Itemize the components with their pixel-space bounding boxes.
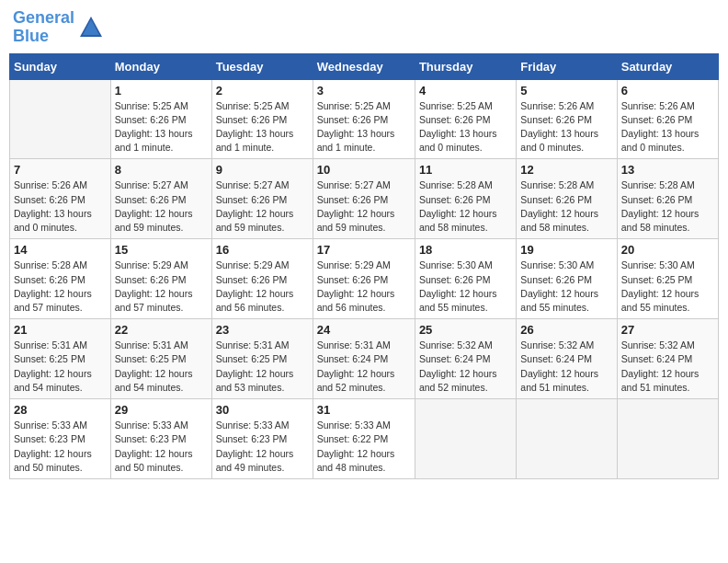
day-info: Sunrise: 5:32 AM Sunset: 6:24 PM Dayligh… xyxy=(419,339,512,395)
calendar-cell: 11Sunrise: 5:28 AM Sunset: 6:26 PM Dayli… xyxy=(415,159,516,239)
day-number: 6 xyxy=(621,84,714,98)
day-info: Sunrise: 5:30 AM Sunset: 6:26 PM Dayligh… xyxy=(419,259,512,315)
calendar-table: SundayMondayTuesdayWednesdayThursdayFrid… xyxy=(9,53,719,479)
day-info: Sunrise: 5:26 AM Sunset: 6:26 PM Dayligh… xyxy=(520,99,612,155)
day-number: 23 xyxy=(216,323,309,337)
calendar-cell: 12Sunrise: 5:28 AM Sunset: 6:26 PM Dayli… xyxy=(517,159,617,239)
day-info: Sunrise: 5:26 AM Sunset: 6:26 PM Dayligh… xyxy=(14,178,107,235)
day-number: 26 xyxy=(520,323,612,337)
calendar-cell: 26Sunrise: 5:32 AM Sunset: 6:24 PM Dayli… xyxy=(517,319,617,399)
calendar-cell: 19Sunrise: 5:30 AM Sunset: 6:26 PM Dayli… xyxy=(517,239,617,319)
logo-text: GeneralBlue xyxy=(13,9,74,46)
day-info: Sunrise: 5:33 AM Sunset: 6:23 PM Dayligh… xyxy=(115,419,208,475)
calendar-cell: 1Sunrise: 5:25 AM Sunset: 6:26 PM Daylig… xyxy=(110,79,211,159)
day-number: 27 xyxy=(621,323,714,337)
calendar-cell xyxy=(517,399,617,479)
day-number: 3 xyxy=(317,84,411,98)
day-info: Sunrise: 5:25 AM Sunset: 6:26 PM Dayligh… xyxy=(216,99,309,155)
calendar-cell: 13Sunrise: 5:28 AM Sunset: 6:26 PM Dayli… xyxy=(617,159,718,239)
day-info: Sunrise: 5:32 AM Sunset: 6:24 PM Dayligh… xyxy=(621,339,714,395)
calendar-cell: 14Sunrise: 5:28 AM Sunset: 6:26 PM Dayli… xyxy=(10,239,111,319)
day-number: 15 xyxy=(115,243,208,257)
svg-marker-1 xyxy=(83,19,99,35)
day-number: 7 xyxy=(14,163,107,177)
day-info: Sunrise: 5:26 AM Sunset: 6:26 PM Dayligh… xyxy=(621,99,714,155)
calendar-cell: 15Sunrise: 5:29 AM Sunset: 6:26 PM Dayli… xyxy=(110,239,211,319)
calendar-cell: 3Sunrise: 5:25 AM Sunset: 6:26 PM Daylig… xyxy=(313,79,415,159)
day-number: 2 xyxy=(216,84,309,98)
day-info: Sunrise: 5:30 AM Sunset: 6:25 PM Dayligh… xyxy=(621,259,714,315)
calendar-cell xyxy=(617,399,718,479)
calendar-cell: 7Sunrise: 5:26 AM Sunset: 6:26 PM Daylig… xyxy=(10,159,111,239)
day-number: 1 xyxy=(115,84,208,98)
day-number: 17 xyxy=(317,243,411,257)
day-info: Sunrise: 5:29 AM Sunset: 6:26 PM Dayligh… xyxy=(115,259,208,315)
calendar-cell xyxy=(10,79,111,159)
col-header-monday: Monday xyxy=(110,53,211,79)
calendar-cell: 17Sunrise: 5:29 AM Sunset: 6:26 PM Dayli… xyxy=(313,239,415,319)
day-info: Sunrise: 5:30 AM Sunset: 6:26 PM Dayligh… xyxy=(520,259,612,315)
calendar-week-row: 7Sunrise: 5:26 AM Sunset: 6:26 PM Daylig… xyxy=(10,159,719,239)
col-header-sunday: Sunday xyxy=(10,53,111,79)
day-number: 29 xyxy=(115,403,208,417)
calendar-cell: 20Sunrise: 5:30 AM Sunset: 6:25 PM Dayli… xyxy=(617,239,718,319)
day-number: 16 xyxy=(216,243,309,257)
calendar-cell: 23Sunrise: 5:31 AM Sunset: 6:25 PM Dayli… xyxy=(211,319,313,399)
day-number: 28 xyxy=(14,403,107,417)
calendar-cell xyxy=(415,399,516,479)
calendar-cell: 28Sunrise: 5:33 AM Sunset: 6:23 PM Dayli… xyxy=(10,399,111,479)
logo-icon xyxy=(78,15,104,40)
calendar-cell: 22Sunrise: 5:31 AM Sunset: 6:25 PM Dayli… xyxy=(110,319,211,399)
col-header-wednesday: Wednesday xyxy=(313,53,415,79)
calendar-cell: 16Sunrise: 5:29 AM Sunset: 6:26 PM Dayli… xyxy=(211,239,313,319)
calendar-cell: 9Sunrise: 5:27 AM Sunset: 6:26 PM Daylig… xyxy=(211,159,313,239)
day-info: Sunrise: 5:31 AM Sunset: 6:25 PM Dayligh… xyxy=(14,339,107,395)
calendar-cell: 27Sunrise: 5:32 AM Sunset: 6:24 PM Dayli… xyxy=(617,319,718,399)
day-number: 12 xyxy=(520,163,612,177)
calendar-cell: 31Sunrise: 5:33 AM Sunset: 6:22 PM Dayli… xyxy=(313,399,415,479)
day-info: Sunrise: 5:28 AM Sunset: 6:26 PM Dayligh… xyxy=(621,178,714,235)
calendar-cell: 8Sunrise: 5:27 AM Sunset: 6:26 PM Daylig… xyxy=(110,159,211,239)
col-header-tuesday: Tuesday xyxy=(211,53,313,79)
day-info: Sunrise: 5:28 AM Sunset: 6:26 PM Dayligh… xyxy=(14,259,107,315)
day-info: Sunrise: 5:31 AM Sunset: 6:24 PM Dayligh… xyxy=(317,339,411,395)
day-number: 10 xyxy=(317,163,411,177)
calendar-week-row: 28Sunrise: 5:33 AM Sunset: 6:23 PM Dayli… xyxy=(10,399,719,479)
day-number: 24 xyxy=(317,323,411,337)
calendar-cell: 10Sunrise: 5:27 AM Sunset: 6:26 PM Dayli… xyxy=(313,159,415,239)
calendar-cell: 18Sunrise: 5:30 AM Sunset: 6:26 PM Dayli… xyxy=(415,239,516,319)
day-info: Sunrise: 5:31 AM Sunset: 6:25 PM Dayligh… xyxy=(216,339,309,395)
day-number: 4 xyxy=(419,84,512,98)
calendar-week-row: 1Sunrise: 5:25 AM Sunset: 6:26 PM Daylig… xyxy=(10,79,719,159)
day-number: 5 xyxy=(520,84,612,98)
day-info: Sunrise: 5:29 AM Sunset: 6:26 PM Dayligh… xyxy=(216,259,309,315)
day-info: Sunrise: 5:27 AM Sunset: 6:26 PM Dayligh… xyxy=(216,178,309,235)
day-info: Sunrise: 5:25 AM Sunset: 6:26 PM Dayligh… xyxy=(419,99,512,155)
day-number: 19 xyxy=(520,243,612,257)
calendar-cell: 24Sunrise: 5:31 AM Sunset: 6:24 PM Dayli… xyxy=(313,319,415,399)
day-number: 25 xyxy=(419,323,512,337)
day-info: Sunrise: 5:27 AM Sunset: 6:26 PM Dayligh… xyxy=(317,178,411,235)
calendar-cell: 25Sunrise: 5:32 AM Sunset: 6:24 PM Dayli… xyxy=(415,319,516,399)
day-info: Sunrise: 5:27 AM Sunset: 6:26 PM Dayligh… xyxy=(115,178,208,235)
col-header-thursday: Thursday xyxy=(415,53,516,79)
calendar-cell: 4Sunrise: 5:25 AM Sunset: 6:26 PM Daylig… xyxy=(415,79,516,159)
calendar-cell: 5Sunrise: 5:26 AM Sunset: 6:26 PM Daylig… xyxy=(517,79,617,159)
day-info: Sunrise: 5:32 AM Sunset: 6:24 PM Dayligh… xyxy=(520,339,612,395)
day-number: 9 xyxy=(216,163,309,177)
day-number: 11 xyxy=(419,163,512,177)
day-info: Sunrise: 5:28 AM Sunset: 6:26 PM Dayligh… xyxy=(419,178,512,235)
day-number: 21 xyxy=(14,323,107,337)
calendar-cell: 21Sunrise: 5:31 AM Sunset: 6:25 PM Dayli… xyxy=(10,319,111,399)
day-number: 31 xyxy=(317,403,411,417)
day-number: 8 xyxy=(115,163,208,177)
calendar-week-row: 14Sunrise: 5:28 AM Sunset: 6:26 PM Dayli… xyxy=(10,239,719,319)
day-number: 20 xyxy=(621,243,714,257)
day-number: 13 xyxy=(621,163,714,177)
day-number: 22 xyxy=(115,323,208,337)
col-header-saturday: Saturday xyxy=(617,53,718,79)
page-header: GeneralBlue xyxy=(9,9,719,46)
calendar-cell: 29Sunrise: 5:33 AM Sunset: 6:23 PM Dayli… xyxy=(110,399,211,479)
day-number: 18 xyxy=(419,243,512,257)
calendar-cell: 2Sunrise: 5:25 AM Sunset: 6:26 PM Daylig… xyxy=(211,79,313,159)
